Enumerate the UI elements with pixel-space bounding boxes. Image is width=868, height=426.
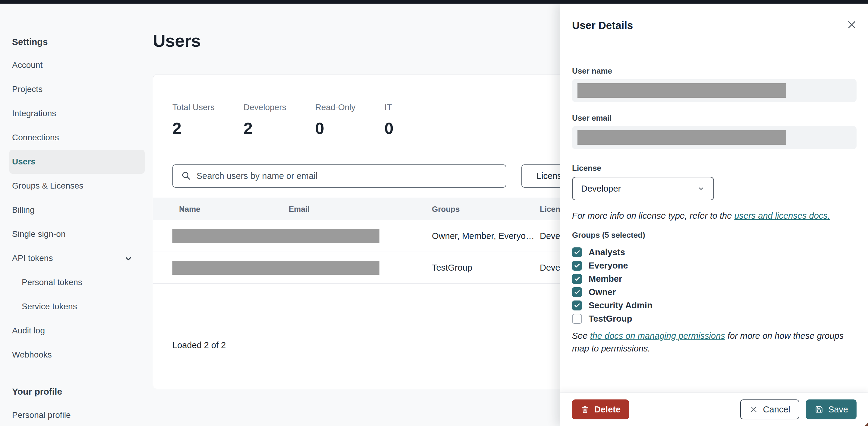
- sidebar-item-webhooks[interactable]: Webhooks: [9, 343, 145, 367]
- settings-nav: Account Projects Integrations Connection…: [0, 53, 152, 367]
- button-label: Cancel: [763, 404, 790, 415]
- sidebar-item-api-tokens[interactable]: API tokens: [9, 246, 145, 270]
- user-email-input[interactable]: [572, 126, 857, 149]
- license-note: For more info on license type, refer to …: [572, 209, 857, 222]
- stat-label: Read-Only: [315, 102, 355, 113]
- group-option-label: Security Admin: [589, 301, 652, 310]
- stat-total-users: Total Users 2: [173, 102, 215, 137]
- sidebar-section-your-profile: Your profile: [12, 386, 152, 398]
- user-name-label: User name: [572, 66, 857, 76]
- user-email-label: User email: [572, 113, 857, 122]
- panel-header: User Details: [560, 4, 868, 47]
- top-bar: [0, 0, 868, 4]
- stat-value: 0: [384, 120, 394, 137]
- column-label: Name: [179, 198, 200, 221]
- checkbox[interactable]: [572, 301, 582, 310]
- redacted-value: [578, 130, 786, 145]
- sidebar-item-audit-log[interactable]: Audit log: [9, 319, 145, 343]
- trash-icon: [581, 405, 590, 414]
- managing-permissions-docs-link[interactable]: the docs on managing permissions: [590, 331, 725, 341]
- checkbox[interactable]: [572, 247, 582, 257]
- stat-it: IT 0: [384, 102, 394, 137]
- panel-title: User Details: [572, 19, 633, 31]
- save-button[interactable]: Save: [806, 399, 857, 419]
- license-select-value: Developer: [581, 184, 621, 194]
- permissions-note: See the docs on managing permissions for…: [572, 330, 861, 355]
- cancel-button[interactable]: Cancel: [740, 399, 799, 419]
- license-select[interactable]: Developer: [572, 177, 714, 200]
- redacted-value: [578, 83, 786, 98]
- stat-label: Developers: [244, 102, 286, 113]
- column-header-name[interactable]: Name: [179, 198, 186, 221]
- checkbox[interactable]: [572, 274, 582, 284]
- delete-button[interactable]: Delete: [572, 399, 629, 419]
- sidebar-item-single-sign-on[interactable]: Single sign-on: [9, 222, 145, 246]
- cell-groups: TestGroup: [432, 252, 472, 284]
- license-label: License: [572, 164, 857, 173]
- group-option-label: TestGroup: [589, 314, 632, 324]
- group-option-testgroup[interactable]: TestGroup: [572, 312, 857, 325]
- sidebar-item-groups-licenses[interactable]: Groups & Licenses: [9, 174, 145, 198]
- column-header-email[interactable]: Email: [289, 198, 310, 221]
- note-text: For more info on license type, refer to …: [572, 211, 734, 221]
- sidebar-item-integrations[interactable]: Integrations: [9, 102, 145, 125]
- checkbox[interactable]: [572, 261, 582, 271]
- redacted-name-email: [173, 261, 379, 275]
- group-option-label: Everyone: [589, 261, 628, 271]
- sidebar-item-users[interactable]: Users: [9, 150, 145, 174]
- note-text: See: [572, 331, 590, 341]
- stat-value: 0: [315, 120, 355, 137]
- group-option-analysts[interactable]: Analysts: [572, 246, 857, 259]
- group-option-owner[interactable]: Owner: [572, 285, 857, 299]
- group-option-label: Member: [589, 274, 622, 284]
- users-licenses-docs-link[interactable]: users and licenses docs.: [734, 211, 830, 221]
- checkbox[interactable]: [572, 287, 582, 297]
- group-option-everyone[interactable]: Everyone: [572, 259, 857, 272]
- group-option-member[interactable]: Member: [572, 272, 857, 285]
- user-details-panel: User Details User name User email Licens…: [560, 4, 868, 426]
- groups-label: Groups (5 selected): [572, 230, 857, 239]
- load-status: Loaded 2 of 2: [173, 340, 226, 350]
- search-users-field[interactable]: [196, 165, 506, 187]
- footer-actions: Cancel Save: [740, 399, 857, 419]
- sidebar-item-service-tokens[interactable]: Service tokens: [9, 294, 145, 319]
- search-users-input[interactable]: [173, 164, 506, 188]
- sidebar-item-account[interactable]: Account: [9, 53, 145, 77]
- stat-value: 2: [173, 120, 215, 137]
- panel-footer: Delete Cancel Save: [560, 393, 868, 426]
- groups-checkbox-list: Analysts Everyone Member Owner Security …: [572, 246, 857, 325]
- sidebar-item-connections[interactable]: Connections: [9, 125, 145, 150]
- chevron-down-icon: [124, 254, 133, 265]
- stat-read-only: Read-Only 0: [315, 102, 355, 137]
- user-name-input[interactable]: [572, 79, 857, 102]
- stat-label: Total Users: [173, 102, 215, 113]
- stat-developers: Developers 2: [244, 102, 286, 137]
- panel-body: User name User email License Developer F…: [560, 47, 868, 393]
- button-label: Delete: [594, 404, 621, 415]
- close-icon: [749, 405, 758, 414]
- group-option-label: Owner: [589, 287, 616, 297]
- sidebar-item-projects[interactable]: Projects: [9, 77, 145, 102]
- stat-value: 2: [244, 120, 286, 137]
- sidebar-section-settings: Settings: [12, 36, 152, 48]
- stat-label: IT: [384, 102, 394, 113]
- sidebar-item-personal-profile[interactable]: Personal profile: [9, 403, 145, 426]
- button-label: Save: [828, 404, 848, 415]
- sidebar-item-billing[interactable]: Billing: [9, 198, 145, 222]
- settings-sidebar: Settings Account Projects Integrations C…: [0, 4, 152, 426]
- group-option-label: Analysts: [589, 247, 625, 257]
- save-icon: [814, 405, 824, 414]
- group-option-security-admin[interactable]: Security Admin: [572, 299, 857, 312]
- checkbox[interactable]: [572, 314, 582, 324]
- sidebar-item-label: API tokens: [12, 253, 53, 263]
- chevron-down-icon: [697, 184, 705, 193]
- search-icon: [181, 170, 191, 182]
- cell-groups: Owner, Member, Everyo…: [432, 220, 534, 252]
- redacted-name-email: [173, 229, 379, 243]
- close-icon[interactable]: [845, 19, 858, 32]
- sidebar-item-personal-tokens[interactable]: Personal tokens: [9, 270, 145, 294]
- column-header-groups[interactable]: Groups: [432, 198, 460, 221]
